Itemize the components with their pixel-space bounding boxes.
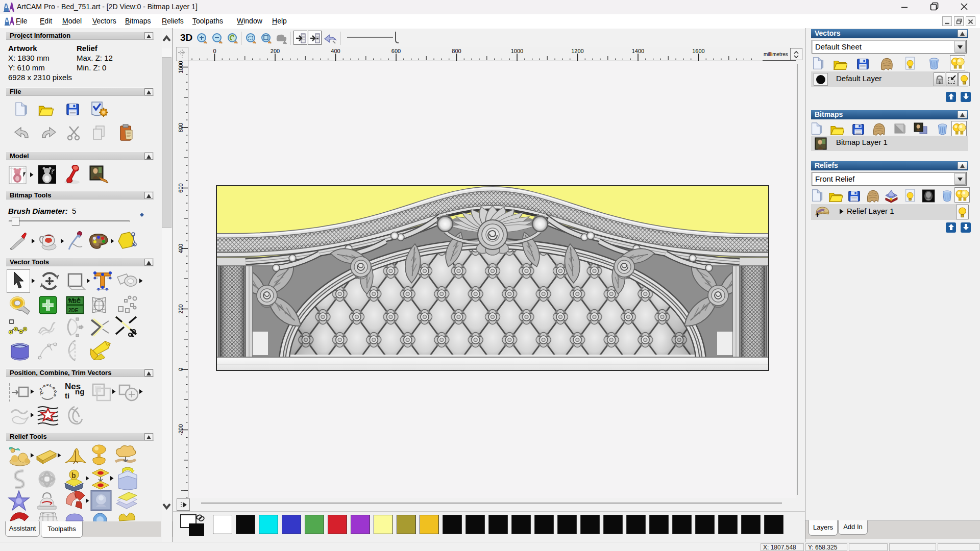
- svg-text:1400: 1400: [632, 48, 644, 54]
- svg-text:1200: 1200: [571, 48, 583, 54]
- svg-text:200: 200: [271, 48, 280, 54]
- svg-text:-200: -200: [178, 424, 184, 435]
- svg-text:ti: ti: [65, 391, 69, 400]
- svg-text:400: 400: [331, 48, 340, 54]
- svg-text:400: 400: [178, 244, 184, 253]
- svg-text:1000: 1000: [511, 48, 523, 54]
- svg-text:2DE: 2DE: [68, 308, 79, 313]
- svg-text:b: b: [71, 471, 76, 480]
- svg-text:1000: 1000: [178, 61, 184, 73]
- svg-text:e: e: [53, 393, 58, 397]
- svg-text:800: 800: [452, 48, 461, 54]
- svg-text:0: 0: [213, 48, 216, 54]
- svg-text:e: e: [42, 383, 46, 388]
- svg-text:600: 600: [178, 183, 184, 192]
- svg-text:t: t: [49, 383, 52, 388]
- svg-text:800: 800: [178, 123, 184, 132]
- svg-text:x: x: [46, 383, 49, 387]
- svg-text:200: 200: [178, 304, 184, 313]
- svg-text:600: 600: [391, 48, 401, 54]
- svg-text:ng: ng: [75, 387, 84, 396]
- svg-text:1600: 1600: [692, 48, 704, 54]
- svg-text:0: 0: [178, 368, 184, 371]
